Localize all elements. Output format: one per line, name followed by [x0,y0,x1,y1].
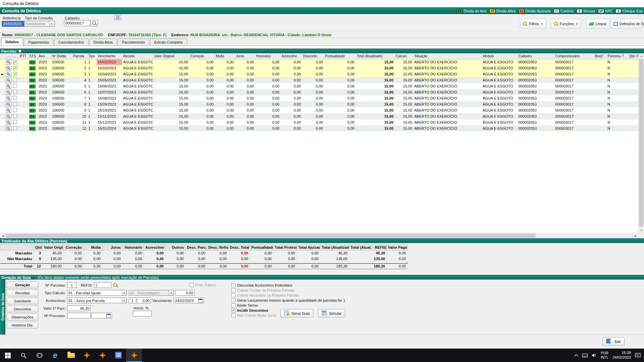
tipo-calculo-select[interactable]: 01 - Parcelas Iguais ▼ [67,290,127,296]
checkbox-cobrar-custas-na-primeira-parcela[interactable]: Cobrar Custas na Primeira Parcela [231,288,294,292]
checkbox-cobrar-honorario-na-primeira-parcela[interactable]: Cobrar Honorário na Primeira Parcela [231,293,299,297]
checkbox-nao-cobrar-multa-juros[interactable]: Não Cobrar Multa Juros [231,313,276,317]
cadastro-search-button[interactable] [91,20,98,26]
row-detail-button[interactable] [6,114,11,119]
column-header-desconto[interactable]: Desconto [302,53,324,59]
referencia-input[interactable]: 24/02/2023 [2,21,26,27]
parcela-row[interactable]: EX20231065005115/06/2023AGUA E ESGOTO15,… [0,83,638,89]
row-checkbox[interactable] [13,72,17,76]
tab-cancelamentos[interactable]: Cancelamentos [54,39,88,46]
parcela-row[interactable]: EX20231065009115/10/2023AGUA E ESGOTO15,… [0,107,638,113]
speaker-icon[interactable] [592,353,597,357]
column-header-pontualidade[interactable]: Pontualidade [324,53,356,59]
column-header-honorario[interactable]: Honorário [255,53,280,59]
column-header-receita[interactable]: Receita [122,53,153,59]
row-detail-button[interactable] [6,120,11,125]
detalhes-tab-solicitante[interactable]: Solicitante [7,298,38,304]
scroll-up-icon[interactable]: ▲ [639,53,644,59]
limpar-button[interactable]: Limpar [586,19,610,29]
row-checkbox[interactable] [13,96,17,100]
hscrollbar-thumb[interactable] [6,234,536,238]
column-header-modulo[interactable]: Módulo [482,53,517,59]
column-header-ptt[interactable]: PTT [19,53,28,59]
simular-button[interactable]: Simular [318,309,345,317]
row-checkbox[interactable] [13,90,17,94]
scroll-left-icon[interactable]: ◀ [0,233,5,238]
taskbar-app-1[interactable] [79,349,95,362]
taskbar-app-explorer[interactable] [63,349,79,362]
row-checkbox[interactable] [13,114,17,118]
column-header-acrescimo[interactable]: Acrescimo [280,53,302,59]
tab-pagamentos[interactable]: Pagamentos [24,39,53,46]
taskbar-app-3[interactable] [110,349,126,362]
column-header-blank[interactable]: ...... [5,53,12,59]
parcela-row[interactable]: EX20231065004115/05/2023AGUA E ESGOTO15,… [0,77,638,83]
parcela-row[interactable]: EX20231065001116/02/2023AGUA E ESGOTO15,… [0,59,638,65]
valor-parc-input[interactable]: 45,30 [67,305,91,311]
prox-fatura-checkbox[interactable]: Próx. Fatura [190,283,216,287]
detalhes-tab-descontos[interactable]: Descontos [7,306,38,312]
filtros-button[interactable]: Filtros ▼ [520,19,546,29]
column-header-bloq[interactable]: Bloq? [594,53,606,59]
column-header-juros[interactable]: Juros [235,53,255,59]
parcela-row[interactable]: EX20231065006115/07/2023AGUA E ESGOTO15,… [0,89,638,95]
row-checkbox[interactable] [13,60,17,64]
parcela-row[interactable]: EX202310650010115/11/2023AGUA E ESGOTO15… [0,113,638,119]
tab-parcelamento[interactable]: Parcelamento [118,39,149,46]
checkbox-incidir-descontos[interactable]: Incidir Descontos [231,308,268,312]
honor-input[interactable] [133,311,152,316]
row-detail-button[interactable] [6,72,11,77]
parcela-row[interactable]: EX20231065002115/03/2023AGUA E ESGOTO15,… [0,65,638,71]
acrescimos-select[interactable]: 01 - Juros por Parcela ▼ [67,298,127,303]
row-detail-button[interactable] [6,90,11,95]
porcentagem-valor-input[interactable]: 0,00 [175,290,195,296]
column-header-qtd-parc[interactable]: Qtd. Parc. [628,53,638,59]
column-header-sts[interactable]: STS [28,53,38,59]
cadastro-input[interactable]: 000003017 [64,20,90,26]
detalhes-tab-historico-div[interactable]: Histórico Div. [7,322,38,328]
scroll-down-icon[interactable]: ▼ [639,228,644,233]
row-detail-button[interactable] [6,126,11,131]
acrescimos-valor-input[interactable]: 0,00 [137,298,151,303]
tab-divida-ativa[interactable]: Divida Ativa [89,39,117,46]
tray-chevron-icon[interactable] [574,354,578,357]
column-header-total-atualizado[interactable]: Total (Atualizado) [356,53,394,59]
row-detail-button[interactable] [6,108,11,113]
taskbar-app-2[interactable] [95,349,110,362]
sair-button[interactable]: Sair [602,337,625,346]
parcela-row[interactable]: EX20231065007115/08/2023AGUA E ESGOTO15,… [0,95,638,101]
row-detail-button[interactable] [6,102,11,107]
taskbar-app-browser[interactable]: e [47,349,63,362]
horizontal-scrollbar[interactable]: ◀ ▶ [0,233,644,238]
checkbox-emitir-termo[interactable]: Emitir Termo [231,303,258,307]
column-header-tipo[interactable]: Tipo [87,53,97,59]
row-detail-button[interactable] [6,96,11,101]
column-header-correcao[interactable]: Correção [189,53,215,59]
column-header-calculo[interactable]: Calculo [394,53,413,59]
action-center-icon[interactable] [635,353,641,358]
detalhes-tab-geracao[interactable]: Geração [7,282,38,288]
gerar-guia-button[interactable]: Gerar Guia [280,309,313,317]
start-button[interactable] [0,349,16,362]
column-header-vencimento[interactable]: Vencimento [97,53,122,59]
refis-search-icon[interactable] [113,283,118,287]
keyboard-icon[interactable] [582,354,588,357]
row-checkbox[interactable] [13,126,17,130]
clock[interactable]: 16:38 24/02/2023 [612,351,631,360]
taskbar-app-4-active[interactable] [126,349,142,362]
calendar-icon[interactable] [198,299,203,303]
column-header-situacao[interactable]: Situação [413,53,482,59]
processo-data-input[interactable] [91,313,112,318]
vencimento-input[interactable]: 24/02/2023 [174,298,204,303]
vscrollbar-thumb[interactable] [639,59,644,227]
row-detail-button[interactable] [6,84,11,89]
column-header-parcelou[interactable]: Parcelou ? [606,53,628,59]
row-detail-button[interactable] [6,66,11,71]
porcentagem-select[interactable]: 01 - Porcentagem ▼ [129,290,174,296]
detalhes-tab-observacoes[interactable]: Observações [7,314,38,320]
parcela-row[interactable]: ▶EX20231065003115/04/2023AGUA E ESGOTO15… [0,71,638,77]
funcoes-button[interactable]: Funções ▼ [551,19,581,29]
row-checkbox[interactable] [13,66,17,70]
column-header-parcela[interactable]: Parcela [72,53,87,59]
column-header-compromissario[interactable]: Compromissário [554,53,594,59]
